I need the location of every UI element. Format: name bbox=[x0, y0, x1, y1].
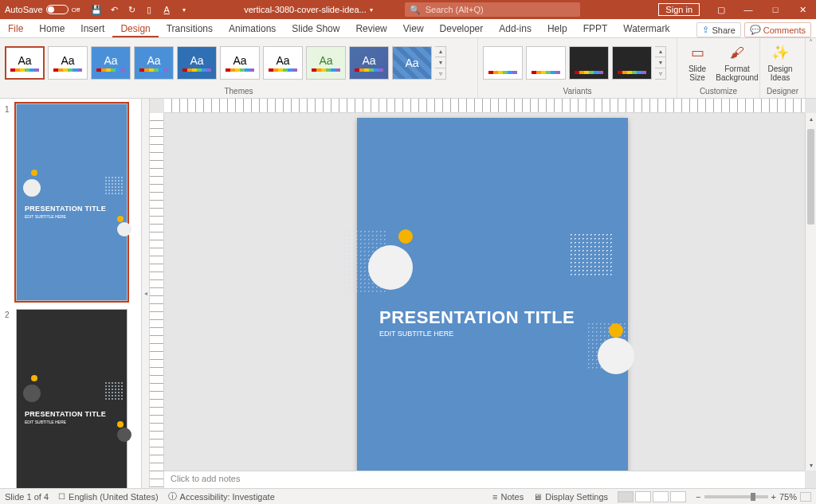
maximize-icon[interactable]: □ bbox=[762, 0, 789, 19]
theme-thumb[interactable]: Aa bbox=[177, 46, 217, 80]
variant-thumb[interactable] bbox=[483, 46, 523, 80]
canvas[interactable]: PRESENTATION TITLE EDIT SUBTITLE HERE ▴ … bbox=[150, 113, 816, 471]
theme-thumb[interactable]: Aa bbox=[349, 46, 389, 80]
notes-pane[interactable]: Click to add notes bbox=[164, 471, 805, 488]
theme-thumb[interactable]: Aa bbox=[134, 46, 174, 80]
scroll-up-icon[interactable]: ▴ bbox=[806, 113, 816, 124]
accessibility-label: Accessibility: Investigate bbox=[180, 492, 275, 502]
comment-icon: 💬 bbox=[750, 25, 761, 35]
variant-thumb[interactable] bbox=[526, 46, 566, 80]
scrollbar-thumb[interactable] bbox=[807, 129, 814, 225]
notes-toggle-button[interactable]: ≡Notes bbox=[492, 492, 524, 502]
status-accessibility[interactable]: ⓘ Accessibility: Investigate bbox=[168, 490, 275, 502]
redo-icon[interactable]: ↻ bbox=[126, 4, 137, 15]
zoom-out-button[interactable]: − bbox=[696, 492, 700, 502]
theme-thumb[interactable]: Aa bbox=[91, 46, 131, 80]
font-color-icon[interactable]: A bbox=[161, 4, 172, 15]
tab-insert[interactable]: Insert bbox=[73, 20, 112, 37]
theme-thumb[interactable]: Aa bbox=[220, 46, 260, 80]
tab-review[interactable]: Review bbox=[347, 20, 394, 37]
themes-gallery-more[interactable]: ▴▾▿ bbox=[435, 46, 446, 80]
status-language[interactable]: ☐ English (United States) bbox=[58, 492, 159, 502]
slide-number: 1 bbox=[5, 104, 13, 301]
tab-file[interactable]: File bbox=[0, 20, 31, 37]
scroll-down-icon[interactable]: ▾ bbox=[806, 459, 816, 471]
slide-shape-circle[interactable] bbox=[398, 229, 413, 244]
theme-thumb[interactable]: Aa bbox=[392, 46, 432, 80]
search-icon: 🔍 bbox=[410, 5, 421, 15]
variant-thumb[interactable] bbox=[569, 46, 609, 80]
zoom-level[interactable]: 75% bbox=[779, 492, 797, 502]
reading-view-button[interactable] bbox=[653, 491, 669, 502]
tab-transitions[interactable]: Transitions bbox=[159, 20, 221, 37]
fit-to-window-button[interactable] bbox=[800, 492, 811, 502]
variants-gallery-more[interactable]: ▴▾▿ bbox=[655, 46, 666, 80]
zoom-controls: − + 75% bbox=[696, 492, 811, 502]
slide-shape-circle[interactable] bbox=[598, 338, 634, 374]
panel-collapse-handle[interactable]: ◂ bbox=[142, 99, 150, 488]
search-placeholder: Search (Alt+Q) bbox=[426, 5, 484, 14]
status-slide-info[interactable]: Slide 1 of 4 bbox=[5, 492, 49, 502]
slide[interactable]: PRESENTATION TITLE EDIT SUBTITLE HERE bbox=[357, 118, 628, 471]
save-icon[interactable]: 💾 bbox=[91, 4, 102, 15]
share-button[interactable]: ⇪Share bbox=[696, 22, 740, 37]
ribbon-display-icon[interactable]: ▢ bbox=[708, 0, 735, 19]
zoom-slider[interactable] bbox=[704, 495, 768, 498]
close-icon[interactable]: ✕ bbox=[789, 0, 816, 19]
decoration-circle-icon bbox=[117, 216, 124, 222]
theme-thumb[interactable]: Aa bbox=[48, 46, 88, 80]
undo-icon[interactable]: ↶ bbox=[108, 4, 120, 15]
chevron-down-icon: ▾ bbox=[370, 6, 373, 14]
slide-title-placeholder[interactable]: PRESENTATION TITLE bbox=[379, 307, 575, 328]
design-ideas-button[interactable]: ✨Design Ideas bbox=[762, 41, 798, 85]
zoom-in-button[interactable]: + bbox=[771, 492, 776, 502]
slide-thumbnail-1[interactable]: 1 PRESENTATION TITLE EDIT SUBTITLE HERE bbox=[0, 102, 141, 303]
tab-slide-show[interactable]: Slide Show bbox=[284, 20, 347, 37]
slideshow-view-button[interactable] bbox=[670, 491, 686, 502]
theme-aa: Aa bbox=[18, 54, 31, 67]
ribbon-collapse-button[interactable]: ˄ bbox=[805, 38, 816, 98]
theme-aa: Aa bbox=[104, 54, 117, 67]
theme-thumb-current[interactable]: Aa bbox=[5, 46, 45, 80]
variant-thumb[interactable] bbox=[612, 46, 652, 80]
tab-animations[interactable]: Animations bbox=[221, 20, 284, 37]
language-label: English (United States) bbox=[69, 492, 159, 502]
slide-subtitle-placeholder[interactable]: EDIT SUBTITLE HERE bbox=[379, 330, 453, 338]
start-slideshow-icon[interactable]: ▯ bbox=[143, 4, 155, 15]
normal-view-button[interactable] bbox=[618, 491, 634, 502]
display-settings-button[interactable]: 🖥Display Settings bbox=[533, 492, 608, 502]
slide-thumbnail-2[interactable]: 2 PRESENTATION TITLE EDIT SUBTITLE HERE bbox=[0, 307, 141, 488]
decoration-circle-icon bbox=[117, 428, 131, 442]
tab-view[interactable]: View bbox=[395, 20, 432, 37]
format-background-label: Format Background bbox=[716, 64, 758, 82]
search-box[interactable]: 🔍 Search (Alt+Q) bbox=[405, 2, 580, 17]
theme-thumb[interactable]: Aa bbox=[306, 46, 346, 80]
slide-size-icon: ▭ bbox=[688, 44, 707, 63]
slide-sorter-button[interactable] bbox=[635, 491, 651, 502]
language-icon: ☐ bbox=[58, 492, 65, 501]
theme-thumb[interactable]: Aa bbox=[263, 46, 303, 80]
tab-watermark[interactable]: Watermark bbox=[615, 20, 677, 37]
decoration-circle-icon bbox=[31, 170, 37, 176]
theme-aa: Aa bbox=[147, 54, 160, 67]
notes-icon: ≡ bbox=[492, 492, 497, 502]
document-name[interactable]: vertical-3080-cover-slide-idea... ▾ bbox=[244, 5, 372, 14]
slide-shape-circle[interactable] bbox=[609, 323, 623, 338]
sign-in-button[interactable]: Sign in bbox=[658, 3, 700, 16]
tab-help[interactable]: Help bbox=[539, 20, 575, 37]
tab-design[interactable]: Design bbox=[112, 20, 158, 37]
vertical-scrollbar[interactable]: ▴ ▾ bbox=[805, 113, 816, 471]
autosave-toggle[interactable]: AutoSave Off bbox=[0, 5, 84, 14]
format-background-button[interactable]: 🖌Format Background bbox=[719, 41, 755, 85]
comments-button[interactable]: 💬Comments bbox=[744, 22, 811, 37]
qat-dropdown-icon[interactable]: ▾ bbox=[178, 4, 190, 15]
tab-home[interactable]: Home bbox=[31, 20, 73, 37]
tab-developer[interactable]: Developer bbox=[432, 20, 492, 37]
tab-fppt[interactable]: FPPT bbox=[575, 20, 616, 37]
autosave-label: AutoSave bbox=[5, 5, 43, 14]
slide-size-button[interactable]: ▭Slide Size bbox=[679, 41, 716, 85]
minimize-icon[interactable]: — bbox=[735, 0, 762, 19]
display-icon: 🖥 bbox=[533, 492, 542, 502]
slide-shape-circle[interactable] bbox=[368, 245, 413, 290]
tab-add-ins[interactable]: Add-ins bbox=[491, 20, 539, 37]
